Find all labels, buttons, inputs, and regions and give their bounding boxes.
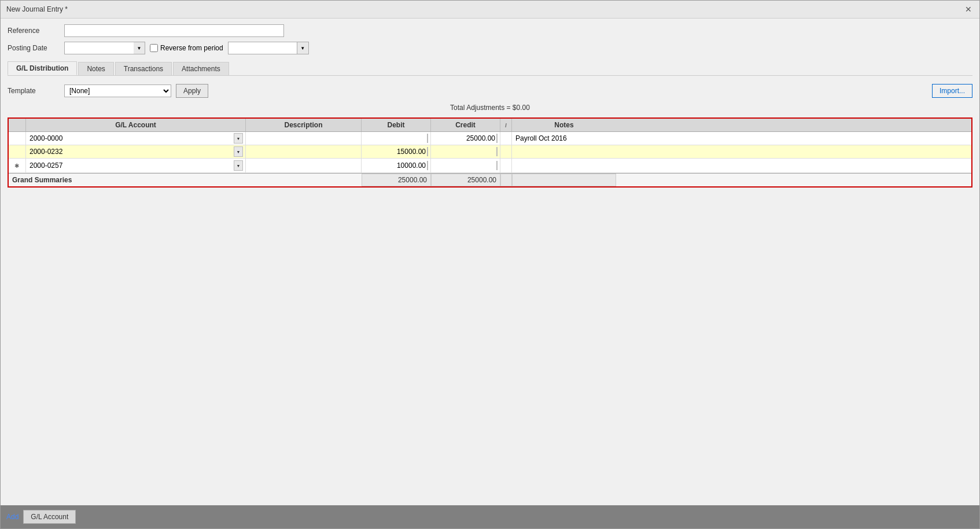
row3-description-input[interactable]	[248, 161, 359, 170]
posting-date-field: ▼	[64, 42, 145, 54]
grand-summaries-label: Grand Summaries	[9, 174, 362, 186]
row3-account-container: ▼	[28, 160, 243, 171]
row2-description-cell[interactable]	[246, 145, 362, 158]
template-label: Template	[8, 87, 60, 95]
reverse-period-input[interactable]	[228, 42, 297, 54]
add-button[interactable]: Add	[6, 513, 19, 521]
content-area: Reference Posting Date ▼ Reverse from pe…	[1, 19, 979, 505]
row3-sort-cell	[500, 159, 512, 172]
reference-label: Reference	[8, 27, 60, 35]
row3-icon: ✱	[11, 160, 23, 171]
grand-credit-value: 25000.00	[431, 174, 500, 186]
tab-notes[interactable]: Notes	[78, 62, 113, 75]
tabs-bar: G/L Distribution Notes Transactions Atta…	[8, 61, 972, 76]
grand-sort-empty	[500, 174, 512, 186]
reference-input[interactable]	[64, 24, 284, 37]
row1-debit-btn[interactable]	[427, 134, 428, 143]
import-button[interactable]: Import...	[932, 84, 972, 98]
row3-debit-btn[interactable]	[427, 161, 428, 170]
posting-date-label: Posting Date	[8, 44, 60, 52]
row3-credit-input[interactable]	[431, 161, 496, 170]
row3-credit-btn[interactable]	[496, 161, 498, 170]
row3-credit-cell[interactable]	[431, 159, 500, 172]
col-gl-account-header: G/L Account	[26, 119, 246, 131]
posting-date-row: Posting Date ▼ Reverse from period ▼	[8, 42, 972, 54]
row1-credit-input[interactable]	[431, 134, 496, 142]
tab-attachments[interactable]: Attachments	[173, 62, 229, 75]
row1-notes-input[interactable]	[514, 134, 614, 142]
row3-notes-cell[interactable]	[512, 159, 616, 172]
tab-gl-distribution[interactable]: G/L Distribution	[8, 61, 77, 75]
col-notes-header: Notes	[512, 119, 616, 131]
window-title: New Journal Entry *	[6, 5, 68, 13]
row3-debit-input[interactable]	[362, 161, 427, 170]
gl-distribution-grid: G/L Account Description Debit Credit / N…	[8, 117, 972, 188]
row1-account-dropdown[interactable]: ▼	[234, 133, 243, 144]
posting-date-input[interactable]	[64, 42, 134, 54]
posting-date-dropdown[interactable]: ▼	[134, 42, 145, 54]
col-sort-header: /	[500, 119, 512, 131]
grand-debit-value: 25000.00	[362, 174, 431, 186]
row1-debit-input[interactable]	[362, 134, 427, 142]
template-row: Template [None] Apply Import...	[8, 84, 972, 98]
row2-account-dropdown[interactable]: ▼	[234, 146, 243, 157]
row1-debit-cell[interactable]	[362, 132, 431, 145]
row3-account-input[interactable]	[28, 161, 234, 170]
row3-debit-cell[interactable]	[362, 159, 431, 172]
row2-sort-cell	[500, 145, 512, 158]
template-select-container: [None]	[64, 85, 171, 97]
row2-debit-cell[interactable]	[362, 145, 431, 158]
row1-sort-cell	[500, 132, 512, 145]
row2-account-input[interactable]	[28, 148, 234, 156]
row3-icon-cell: ✱	[9, 159, 26, 172]
row3-account-dropdown[interactable]: ▼	[234, 160, 243, 171]
row1-description-input[interactable]	[248, 134, 359, 142]
row2-notes-cell[interactable]	[512, 145, 616, 158]
row1-account-cell[interactable]: ▼	[26, 132, 246, 145]
reverse-period-dropdown[interactable]: ▼	[297, 42, 309, 54]
row2-account-container: ▼	[28, 146, 243, 157]
col-debit-header: Debit	[362, 119, 431, 131]
template-row-left: Template [None] Apply	[8, 84, 208, 98]
row2-debit-input[interactable]	[362, 148, 427, 156]
table-row: ▼	[9, 132, 971, 145]
table-row: ✱ ▼	[9, 159, 971, 173]
grand-notes-empty	[512, 174, 616, 186]
apply-button[interactable]: Apply	[176, 84, 208, 98]
tab-transactions[interactable]: Transactions	[115, 62, 172, 75]
row1-credit-btn[interactable]	[496, 134, 498, 143]
table-row: ▼	[9, 145, 971, 159]
row3-account-cell[interactable]: ▼	[26, 159, 246, 172]
close-button[interactable]: ✕	[963, 4, 974, 14]
row2-credit-cell[interactable]	[431, 145, 500, 158]
reverse-period-row: Reverse from period	[150, 44, 223, 52]
gl-account-button[interactable]: G/L Account	[23, 510, 76, 524]
row1-account-input[interactable]	[28, 134, 234, 142]
col-description-header: Description	[246, 119, 362, 131]
row2-notes-input[interactable]	[514, 148, 614, 156]
grand-summaries-row: Grand Summaries 25000.00 25000.00	[9, 173, 971, 186]
row1-credit-cell[interactable]	[431, 132, 500, 145]
reverse-checkbox[interactable]	[150, 44, 158, 52]
template-select[interactable]: [None]	[64, 85, 171, 97]
row3-description-cell[interactable]	[246, 159, 362, 172]
row2-icon-cell	[9, 145, 26, 158]
row2-debit-btn[interactable]	[427, 147, 428, 156]
title-bar: New Journal Entry * ✕	[1, 1, 979, 19]
row1-description-cell[interactable]	[246, 132, 362, 145]
row3-notes-input[interactable]	[514, 161, 614, 170]
row2-account-cell[interactable]: ▼	[26, 145, 246, 158]
row1-icon-cell	[9, 132, 26, 145]
bottom-bar: Add G/L Account	[1, 505, 979, 528]
grid-header: G/L Account Description Debit Credit / N…	[9, 119, 971, 132]
reference-row: Reference	[8, 24, 972, 37]
gl-distribution-tab-content: Template [None] Apply Import... Total Ad…	[8, 79, 972, 499]
reverse-label: Reverse from period	[160, 44, 223, 52]
row2-credit-btn[interactable]	[496, 147, 498, 156]
row2-description-input[interactable]	[248, 148, 359, 156]
row2-credit-input[interactable]	[431, 148, 496, 156]
row1-account-container: ▼	[28, 133, 243, 144]
journal-entry-window: New Journal Entry * ✕ Reference Posting …	[0, 0, 980, 529]
row1-notes-cell[interactable]	[512, 132, 616, 145]
reverse-period-select: ▼	[228, 42, 309, 54]
